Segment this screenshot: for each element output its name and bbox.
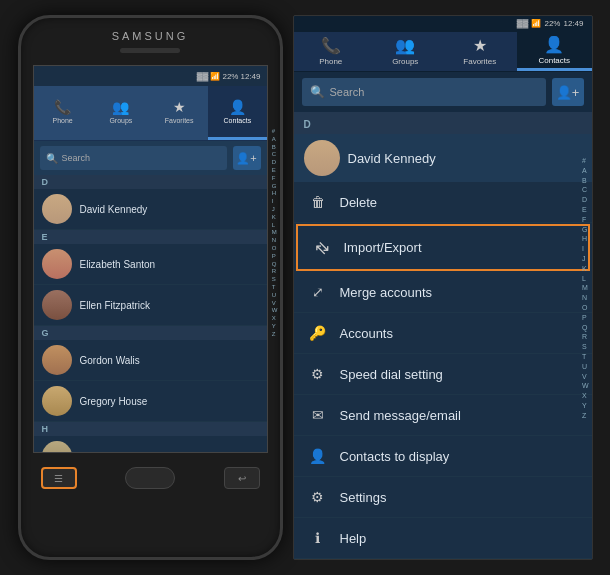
search-input-container[interactable]: 🔍 Search <box>40 146 227 170</box>
contact-elizabeth[interactable]: Elizabeth Santon <box>34 244 267 285</box>
dp-alpha-v[interactable]: V <box>582 372 589 382</box>
home-button[interactable] <box>125 467 175 489</box>
dp-contact-peek[interactable]: David Kennedy <box>294 134 592 182</box>
dp-alpha-o[interactable]: O <box>582 303 589 313</box>
dp-alpha-i[interactable]: I <box>582 244 589 254</box>
dp-speed-dial-icon: ⚙ <box>308 366 328 382</box>
dp-alpha-j[interactable]: J <box>582 254 589 264</box>
dp-status-bar: ▓▓ 📶 22% 12:49 <box>294 16 592 32</box>
dp-alpha-t[interactable]: T <box>582 352 589 362</box>
tab-contacts[interactable]: 👤 Contacts <box>208 86 266 140</box>
dp-contacts-icon: 👤 <box>544 35 564 54</box>
search-magnifier-icon: 🔍 <box>46 153 58 164</box>
menu-button[interactable]: ☰ <box>41 467 77 489</box>
avatar-gregory <box>42 386 72 416</box>
groups-tab-icon: 👥 <box>112 99 129 115</box>
dp-alpha-g[interactable]: G <box>582 225 589 235</box>
favorites-tab-label: Favorites <box>165 117 194 124</box>
dp-alpha-r[interactable]: R <box>582 332 589 342</box>
avatar-david <box>42 194 72 224</box>
dp-menu-merge-accounts[interactable]: ⤢ Merge accounts <box>294 272 592 313</box>
dp-time: 12:49 <box>563 19 583 28</box>
section-h: H <box>34 422 267 436</box>
dp-alpha-k[interactable]: K <box>582 264 589 274</box>
scene: SAMSUNG ▓▓ 📶 22% 12:49 📞 Phone <box>18 15 593 560</box>
dp-alpha-d[interactable]: D <box>582 195 589 205</box>
contact-gordon[interactable]: Gordon Walis <box>34 340 267 381</box>
dp-groups-icon: 👥 <box>395 36 415 55</box>
dp-alpha-p[interactable]: P <box>582 313 589 323</box>
dp-alpha-h[interactable]: H <box>582 234 589 244</box>
dp-phone-label: Phone <box>319 57 342 66</box>
dp-alpha-f[interactable]: F <box>582 215 589 225</box>
brand-logo: SAMSUNG <box>112 30 189 42</box>
dp-menu-help[interactable]: ℹ Help <box>294 518 592 559</box>
contact-name-gregory: Gregory House <box>80 396 148 407</box>
tab-groups[interactable]: 👥 Groups <box>92 86 150 140</box>
search-bar: 🔍 Search 👤+ <box>34 141 267 175</box>
dp-search-input[interactable]: 🔍 Search <box>302 78 546 106</box>
dp-favorites-label: Favorites <box>463 57 496 66</box>
contact-david[interactable]: David Kennedy <box>34 189 267 230</box>
contact-gregory[interactable]: Gregory House <box>34 381 267 422</box>
dp-menu-delete[interactable]: 🗑 Delete <box>294 182 592 223</box>
dp-alpha-n[interactable]: N <box>582 293 589 303</box>
add-contact-button[interactable]: 👤+ <box>233 146 261 170</box>
dp-menu-speed-dial[interactable]: ⚙ Speed dial setting <box>294 354 592 395</box>
dp-avatar-david <box>304 140 340 176</box>
dp-signal-icon: ▓▓ <box>517 19 529 28</box>
dp-tab-phone[interactable]: 📞 Phone <box>294 32 369 71</box>
dp-alpha-s[interactable]: S <box>582 342 589 352</box>
tab-bar: 📞 Phone 👥 Groups ★ Favorites 👤 Contacts <box>34 86 267 141</box>
contact-list: D David Kennedy E Elizabeth Santon Ellen… <box>34 175 267 453</box>
back-button[interactable]: ↩ <box>224 467 260 489</box>
dp-groups-label: Groups <box>392 57 418 66</box>
dp-menu-contacts-display[interactable]: 👤 Contacts to display <box>294 436 592 477</box>
dp-menu-settings[interactable]: ⚙ Settings <box>294 477 592 518</box>
status-icons: ▓▓ 📶 22% 12:49 <box>197 72 261 81</box>
dp-alpha-w[interactable]: W <box>582 381 589 391</box>
dp-menu-send-message[interactable]: ✉ Send message/email <box>294 395 592 436</box>
dp-menu-accounts[interactable]: 🔑 Accounts <box>294 313 592 354</box>
dp-alpha-c[interactable]: C <box>582 185 589 195</box>
dp-send-message-label: Send message/email <box>340 408 461 423</box>
contacts-tab-icon: 👤 <box>229 99 246 115</box>
dp-add-contact-button[interactable]: 👤+ <box>552 78 584 106</box>
wifi-icon: 📶 <box>210 72 220 81</box>
favorites-tab-icon: ★ <box>173 99 186 115</box>
contact-hugh[interactable]: Hugh Hefner <box>34 436 267 453</box>
dp-alpha-l[interactable]: L <box>582 274 589 284</box>
dp-status-icons: ▓▓ 📶 22% 12:49 <box>517 19 584 28</box>
phone-bottom-nav: ☰ ↩ <box>21 457 280 499</box>
groups-tab-label: Groups <box>109 117 132 124</box>
dp-alpha-x[interactable]: X <box>582 391 589 401</box>
dp-alpha-y[interactable]: Y <box>582 401 589 411</box>
dp-alpha-b[interactable]: B <box>582 176 589 186</box>
dp-search-bar: 🔍 Search 👤+ <box>294 72 592 112</box>
dp-send-message-icon: ✉ <box>308 407 328 423</box>
dp-alpha-u[interactable]: U <box>582 362 589 372</box>
dp-merge-icon: ⤢ <box>308 284 328 300</box>
dp-alpha-m[interactable]: M <box>582 283 589 293</box>
section-g: G <box>34 326 267 340</box>
dp-alpha-e[interactable]: E <box>582 205 589 215</box>
dp-alpha-a[interactable]: A <box>582 166 589 176</box>
dp-phone-icon: 📞 <box>321 36 341 55</box>
dp-menu-import-export[interactable]: ⇄ Import/Export <box>296 224 590 271</box>
dp-alpha-hash[interactable]: # <box>582 156 589 166</box>
tab-favorites[interactable]: ★ Favorites <box>150 86 208 140</box>
dp-favorites-icon: ★ <box>473 36 487 55</box>
dp-tab-contacts[interactable]: 👤 Contacts <box>517 32 592 71</box>
contact-ellen[interactable]: Ellen Fitzpatrick <box>34 285 267 326</box>
tab-phone[interactable]: 📞 Phone <box>34 86 92 140</box>
dp-add-icon: 👤+ <box>556 85 580 100</box>
dp-alpha-z[interactable]: Z <box>582 411 589 421</box>
dp-tab-favorites[interactable]: ★ Favorites <box>443 32 518 71</box>
dp-settings-label: Settings <box>340 490 387 505</box>
dp-delete-label: Delete <box>340 195 378 210</box>
avatar-hugh <box>42 441 72 453</box>
dp-alpha-q[interactable]: Q <box>582 323 589 333</box>
dp-search-magnifier-icon: 🔍 <box>310 85 325 99</box>
dp-tab-groups[interactable]: 👥 Groups <box>368 32 443 71</box>
menu-icon: ☰ <box>54 473 63 484</box>
